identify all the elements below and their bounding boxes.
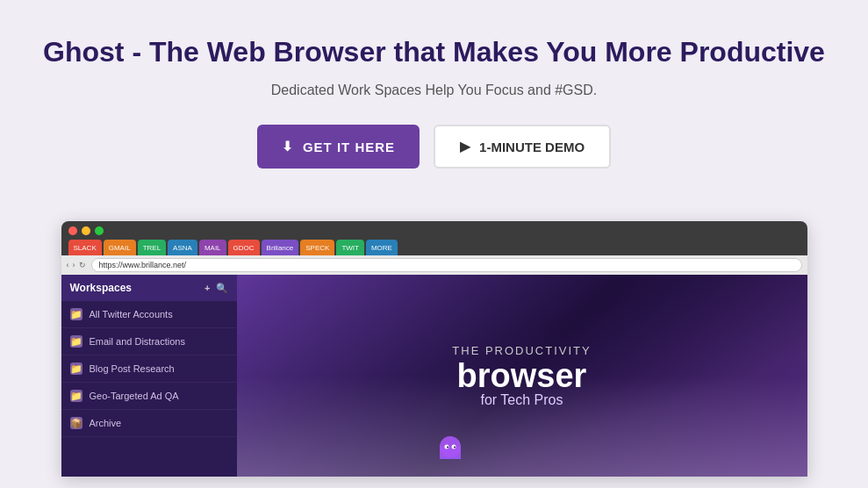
tab-speck[interactable]: SPECK <box>300 240 334 255</box>
cta-buttons: ⬇ GET IT HERE ▶ 1-MINUTE DEMO <box>18 125 850 169</box>
tab-brillance[interactable]: Brillance <box>262 240 299 255</box>
address-bar[interactable]: https://www.brillance.net/ <box>91 258 802 272</box>
workspaces-sidebar-title: Workspaces <box>70 282 132 294</box>
sidebar-item-label-archive: Archive <box>90 418 122 428</box>
close-window-button[interactable] <box>68 226 77 235</box>
inner-hero: THE PRODUCTIVITY browser for Tech Pros <box>237 275 807 477</box>
reload-button[interactable]: ↻ <box>79 261 86 269</box>
demo-label: 1-MINUTE DEMO <box>479 140 585 154</box>
browser-chrome: SLACK GMAIL TREL ASNA MAIL GDOC Brillanc… <box>61 221 807 255</box>
sidebar-item-label-geo: Geo-Targeted Ad QA <box>90 391 179 401</box>
maximize-window-button[interactable] <box>95 226 104 235</box>
hero-section: Ghost - The Web Browser that Makes You M… <box>0 0 868 221</box>
sidebar-header: Workspaces + 🔍 <box>61 275 237 301</box>
folder-icon-email: 📁 <box>70 335 82 348</box>
get-it-here-button[interactable]: ⬇ GET IT HERE <box>257 125 420 169</box>
inner-hero-main: browser <box>452 359 591 392</box>
ghost-mascot <box>434 434 466 470</box>
search-workspace-icon[interactable]: 🔍 <box>216 283 228 294</box>
browser-content: Workspaces + 🔍 📁 All Twitter Accounts 📁 … <box>61 275 807 477</box>
folder-icon-twitter: 📁 <box>70 308 82 320</box>
address-bar-row: ‹ › ↻ https://www.brillance.net/ <box>61 255 807 275</box>
minimize-window-button[interactable] <box>82 226 90 235</box>
nav-buttons: ‹ › ↻ <box>67 261 86 269</box>
inner-hero-sub: THE PRODUCTIVITY <box>452 344 591 357</box>
tab-gdoc[interactable]: GDOC <box>228 240 260 255</box>
download-icon: ⬇ <box>282 139 294 154</box>
back-button[interactable]: ‹ <box>67 261 69 269</box>
browser-preview: SLACK GMAIL TREL ASNA MAIL GDOC Brillanc… <box>61 221 807 477</box>
video-icon: ▶ <box>460 139 470 154</box>
svg-point-5 <box>454 447 456 449</box>
folder-icon-archive: 📦 <box>70 417 82 429</box>
sidebar-all-twitter[interactable]: 📁 All Twitter Accounts <box>61 301 237 328</box>
forward-button[interactable]: › <box>73 261 75 269</box>
svg-rect-1 <box>440 447 461 459</box>
get-it-here-label: GET IT HERE <box>303 140 395 154</box>
hero-title: Ghost - The Web Browser that Makes You M… <box>18 35 850 68</box>
folder-icon-blog: 📁 <box>70 362 82 375</box>
browser-controls <box>68 226 800 235</box>
sidebar-item-label-blog: Blog Post Research <box>90 363 175 374</box>
sidebar-panel: Workspaces + 🔍 📁 All Twitter Accounts 📁 … <box>61 275 237 477</box>
tab-more[interactable]: MORE <box>366 240 398 255</box>
inner-hero-text: THE PRODUCTIVITY browser for Tech Pros <box>452 344 591 408</box>
tab-gmail[interactable]: GMAIL <box>104 240 136 255</box>
tab-trello[interactable]: TREL <box>138 240 166 255</box>
sidebar-blog[interactable]: 📁 Blog Post Research <box>61 355 237 383</box>
sidebar-email[interactable]: 📁 Email and Distractions <box>61 328 237 355</box>
tab-slack[interactable]: SLACK <box>68 240 102 255</box>
sidebar-header-icons: + 🔍 <box>204 283 227 294</box>
sidebar-geo[interactable]: 📁 Geo-Targeted Ad QA <box>61 383 237 410</box>
tab-bar: SLACK GMAIL TREL ASNA MAIL GDOC Brillanc… <box>68 240 800 255</box>
tab-asana[interactable]: ASNA <box>168 240 197 255</box>
inner-hero-tagline: for Tech Pros <box>452 392 591 408</box>
folder-icon-geo: 📁 <box>70 390 82 402</box>
sidebar-archive[interactable]: 📦 Archive <box>61 410 237 437</box>
add-workspace-icon[interactable]: + <box>204 283 210 294</box>
sidebar-item-label-email: Email and Distractions <box>90 336 185 347</box>
browser-main: Home Notifications Messages Search Twitt… <box>237 275 807 477</box>
tab-mail2[interactable]: MAIL <box>199 240 226 255</box>
sidebar-item-label-twitter: All Twitter Accounts <box>90 309 173 319</box>
svg-point-4 <box>447 447 448 449</box>
tab-twit[interactable]: TWIT <box>336 240 364 255</box>
hero-subtitle: Dedicated Work Spaces Help You Focus and… <box>18 83 850 98</box>
demo-button[interactable]: ▶ 1-MINUTE DEMO <box>434 125 611 169</box>
